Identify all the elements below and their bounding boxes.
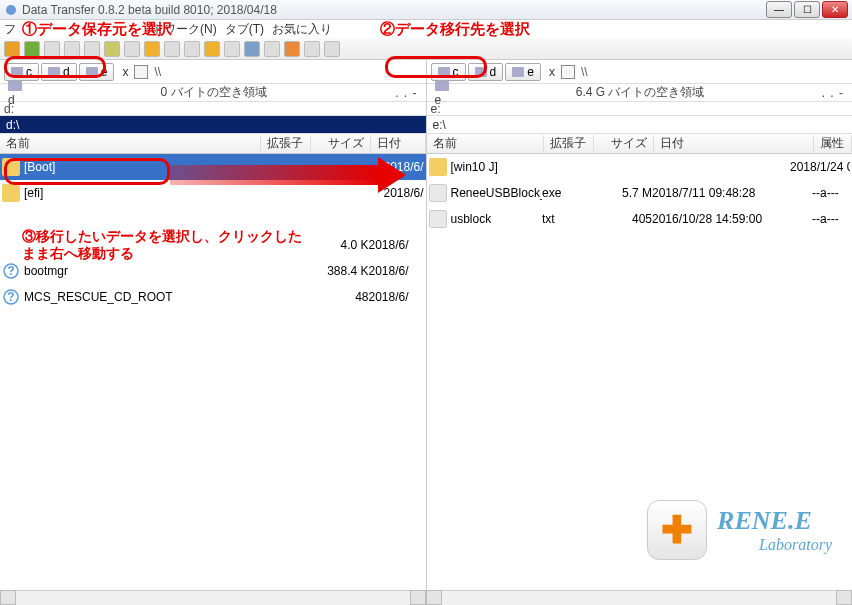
toolbar-btn-4[interactable] — [64, 41, 80, 57]
annotation-2: ②データ移行先を選択 — [380, 20, 530, 39]
logo-line1: RENE.E — [717, 506, 832, 536]
drive-x-left[interactable]: x — [122, 65, 128, 79]
dots-left[interactable]: . . - — [395, 86, 417, 100]
annotation-1: ①データ保存元を選択 — [22, 20, 172, 39]
list-item[interactable]: usblocktxt4052016/10/28 14:59:00--a--- — [427, 206, 853, 232]
toolbar-btn-13[interactable] — [244, 41, 260, 57]
cell-name: ReneeUSBBlock_2018_07_09_47... — [451, 186, 543, 200]
toolbar-btn-7[interactable] — [124, 41, 140, 57]
close-button[interactable]: ✕ — [822, 1, 848, 18]
cell-name: [win10 J] — [451, 160, 741, 174]
question-icon: ? — [2, 262, 20, 280]
window-title: Data Transfer 0.8.2 beta build 8010; 201… — [22, 3, 764, 17]
cell-date: 2018/6/ — [369, 238, 424, 252]
cell-size: 48 — [309, 290, 369, 304]
toolbar-btn-14[interactable] — [264, 41, 280, 57]
cell-size: 4.0 K — [309, 238, 369, 252]
plus-icon: ✚ — [661, 508, 693, 552]
cell-ext: txt — [542, 212, 592, 226]
scroll-left-btn[interactable] — [0, 590, 16, 605]
drive-net-left[interactable]: \\ — [154, 65, 161, 79]
free-space-right: 6.4 G バイトの空き領域 — [459, 84, 822, 101]
toolbar-btn-5[interactable] — [84, 41, 100, 57]
toolbar-btn-6[interactable] — [104, 41, 120, 57]
file-list-right[interactable]: [win10 J]2018/1/24 09:05:34d-----ReneeUS… — [427, 154, 853, 590]
cell-date: 2018/7/11 09:48:28 — [652, 186, 812, 200]
highlight-box-selected-row — [4, 158, 170, 185]
left-panel: c d e x \\ d 0 バイトの空き領域 . . - d: d:\ 名前 … — [0, 60, 427, 590]
drive-e-right[interactable]: e — [505, 63, 541, 81]
logo-line2: Laboratory — [759, 536, 832, 554]
col-size-left[interactable]: サイズ — [311, 135, 371, 152]
highlight-box-right-drives — [385, 56, 487, 78]
cell-name: bootmgr — [24, 264, 259, 278]
drive-sq-left[interactable] — [134, 65, 148, 79]
blank-icon — [2, 210, 20, 228]
path-right[interactable]: e:\ — [427, 116, 853, 134]
toolbar-btn-3[interactable] — [44, 41, 60, 57]
cell-date: 2018/1/24 09:05:34 — [790, 160, 850, 174]
cell-name: [efi] — [24, 186, 314, 200]
scroll-left-btn-2[interactable] — [426, 590, 442, 605]
menu-item-tab[interactable]: タブ(T) — [225, 21, 264, 38]
drive-sub-right: e: — [431, 102, 441, 116]
toolbar-btn-12[interactable] — [224, 41, 240, 57]
toolbar-btn-1[interactable] — [4, 41, 20, 57]
annotation-3-line1: ③移行したいデータを選択し、クリックした — [22, 228, 302, 246]
brand-logo: ✚ RENE.E Laboratory — [647, 500, 832, 560]
right-panel: c d e x \\ e 6.4 G バイトの空き領域 . . - e: e:\… — [427, 60, 853, 590]
toolbar-btn-9[interactable] — [164, 41, 180, 57]
svg-text:?: ? — [7, 264, 14, 278]
cell-size: 2018/1/24 09:05:34d----- — [790, 160, 850, 174]
col-ext-right[interactable]: 拡張子 — [544, 135, 594, 152]
horizontal-scrollbar[interactable] — [0, 590, 852, 605]
menu-item-fav[interactable]: お気に入り — [272, 21, 332, 38]
list-item[interactable]: [win10 J]2018/1/24 09:05:34d----- — [427, 154, 853, 180]
cell-date: 2018/6/ — [369, 290, 424, 304]
menu-item-f[interactable]: フ — [4, 21, 16, 38]
cell-size: 388.4 K — [309, 264, 369, 278]
maximize-button[interactable]: ☐ — [794, 1, 820, 18]
cell-size: 5.7 M — [592, 186, 652, 200]
toolbar-btn-15[interactable] — [284, 41, 300, 57]
toolbar-btn-17[interactable] — [324, 41, 340, 57]
minimize-button[interactable]: — — [766, 1, 792, 18]
scroll-right-btn[interactable] — [410, 590, 426, 605]
list-item[interactable]: ?MCS_RESCUE_CD_ROOT482018/6/ — [0, 284, 426, 310]
file-icon — [429, 210, 447, 228]
col-name-right[interactable]: 名前 — [427, 135, 545, 152]
toolbar-btn-2[interactable] — [24, 41, 40, 57]
col-attr-right[interactable]: 属性 — [814, 135, 852, 152]
blank-icon — [2, 236, 20, 254]
list-item[interactable]: ReneeUSBBlock_2018_07_09_47...exe5.7 M20… — [427, 180, 853, 206]
col-ext-left[interactable]: 拡張子 — [261, 135, 311, 152]
app-icon — [4, 3, 18, 17]
drive-net-right[interactable]: \\ — [581, 65, 588, 79]
dots-right[interactable]: . . - — [822, 86, 844, 100]
highlight-box-left-drives — [4, 56, 106, 78]
col-size-right[interactable]: サイズ — [594, 135, 654, 152]
file-icon — [429, 184, 447, 202]
scroll-right-btn-2[interactable] — [836, 590, 852, 605]
question-icon: ? — [2, 288, 20, 306]
path-left[interactable]: d:\ — [0, 116, 426, 134]
file-list-left[interactable]: [Boot]2018/6/[efi]2018/6/4.0 K2018/6/?bo… — [0, 154, 426, 590]
toolbar-btn-16[interactable] — [304, 41, 320, 57]
col-name-left[interactable]: 名前 — [0, 135, 261, 152]
folder-icon — [429, 158, 447, 176]
col-date-right[interactable]: 日付 — [654, 135, 814, 152]
cell-ext: exe — [542, 186, 592, 200]
svg-point-0 — [6, 5, 16, 15]
toolbar-btn-8[interactable] — [144, 41, 160, 57]
drive-sub-left: d: — [4, 102, 14, 116]
folder-icon — [2, 184, 20, 202]
cell-size: 405 — [592, 212, 652, 226]
toolbar-btn-10[interactable] — [184, 41, 200, 57]
drive-x-right[interactable]: x — [549, 65, 555, 79]
svg-rect-1 — [8, 81, 22, 91]
drive-sq-right[interactable] — [561, 65, 575, 79]
toolbar-btn-11[interactable] — [204, 41, 220, 57]
col-date-left[interactable]: 日付 — [371, 135, 426, 152]
svg-rect-6 — [435, 81, 449, 91]
cell-name: usblock — [451, 212, 543, 226]
